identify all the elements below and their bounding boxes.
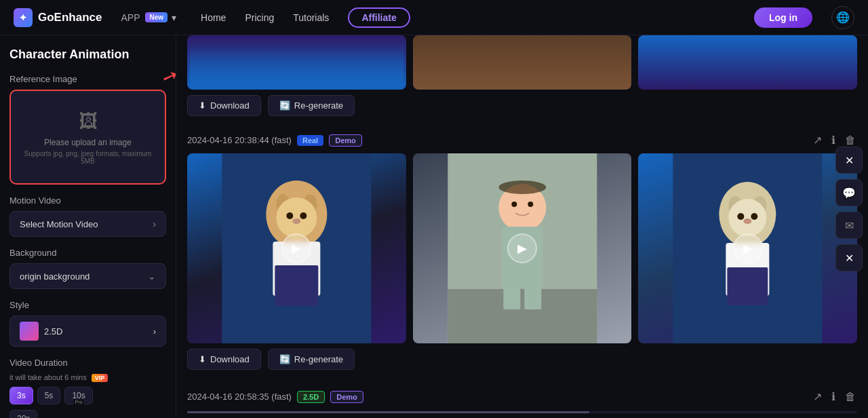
scroll-bar [187, 411, 857, 413]
play-icon-1-2: ▶ [517, 241, 527, 256]
svg-rect-15 [524, 269, 541, 309]
close-bottom-icon: ✕ [845, 252, 854, 265]
play-button-1-2[interactable]: ▶ [507, 233, 537, 263]
partial-video-cards [187, 35, 857, 90]
language-button[interactable]: 🌐 [831, 6, 854, 29]
style-dropdown[interactable]: 2.5D › [9, 316, 166, 347]
svg-point-18 [528, 202, 533, 207]
row2-tag-demo: Demo [330, 391, 363, 403]
nav-links: Home Pricing Tutorials [201, 12, 329, 23]
navbar: ✦ GoEnhance APP New ▾ Home Pricing Tutor… [0, 0, 868, 35]
svg-point-8 [300, 212, 307, 219]
row2-share-button[interactable]: ↗ [812, 389, 823, 404]
app-label: APP [121, 12, 140, 23]
video-cards-row1: ▶ [187, 153, 857, 343]
duration-hint: it will take about 6 mins VIP [9, 373, 166, 381]
float-discord-button[interactable]: 💬 [835, 179, 863, 206]
discord-icon: 💬 [842, 187, 856, 200]
row1-bottom-buttons: ⬇ Download 🔄 Re-generate [187, 349, 857, 370]
logo[interactable]: ✦ GoEnhance [14, 8, 102, 27]
app-chevron-icon: ▾ [172, 12, 176, 23]
float-mail-button[interactable]: ✉ [835, 212, 863, 239]
nav-tutorials[interactable]: Tutorials [293, 12, 329, 23]
regen-button-row1[interactable]: 🔄 Re-generate [268, 349, 355, 370]
row2-tag-25d: 2.5D [297, 391, 325, 403]
row1-timestamp: 2024-04-16 20:38:44 (fast) [187, 135, 292, 145]
video-card-1-1[interactable]: ▶ [187, 153, 406, 343]
svg-point-27 [751, 213, 758, 220]
row1-share-button[interactable]: ↗ [812, 132, 823, 148]
row2-timestamp: 2024-04-16 20:58:35 (fast) [187, 392, 292, 402]
ref-image-placeholder: Please upload an image [44, 138, 132, 147]
download-icon-1: ⬇ [199, 100, 206, 111]
regen-button-1[interactable]: 🔄 Re-generate [268, 95, 355, 116]
mail-icon: ✉ [845, 219, 854, 232]
main-layout: Character Animation Reference Image ➚ 🖼 … [0, 35, 868, 418]
video-row-1: 2024-04-16 20:38:44 (fast) Real Demo ↗ ℹ… [187, 124, 857, 370]
motion-video-dropdown[interactable]: Select Motion Video › [9, 211, 166, 237]
partial-card-3 [638, 35, 857, 90]
svg-rect-6 [275, 265, 318, 306]
svg-point-28 [744, 218, 752, 224]
video-row-2: 2024-04-16 20:58:35 (fast) 2.5D Demo ↗ ℹ… [187, 381, 857, 413]
background-value: origin background [20, 271, 90, 282]
background-label: Background [9, 248, 166, 258]
nav-pricing[interactable]: Pricing [245, 12, 274, 23]
motion-video-value: Select Motion Video [20, 219, 98, 229]
duration-options: 3s 5s 10s Pro [9, 387, 166, 404]
svg-point-23 [729, 199, 767, 237]
motion-video-label: Motion Video [9, 195, 166, 206]
download-button-row1[interactable]: ⬇ Download [187, 349, 261, 370]
side-float-buttons: ✕ 💬 ✉ ✕ [830, 141, 868, 277]
affiliate-button[interactable]: Affiliate [348, 7, 410, 28]
background-dropdown[interactable]: origin background ⌄ [9, 263, 166, 289]
svg-point-16 [498, 180, 546, 194]
style-label: Style [9, 300, 166, 310]
new-badge: New [145, 12, 167, 22]
play-icon-1-1: ▶ [292, 241, 301, 256]
background-chevron-icon: ⌄ [148, 271, 156, 282]
arrow-indicator: ➚ [159, 63, 176, 90]
play-button-1-1[interactable]: ▶ [281, 233, 311, 263]
motion-video-chevron-icon: › [153, 218, 156, 229]
style-value: 2.5D [44, 326, 62, 337]
pro-badge: Pro [74, 400, 84, 404]
login-button[interactable]: Log in [754, 7, 812, 28]
regen-icon-1: 🔄 [279, 100, 290, 111]
duration-20s[interactable]: 20s Pro [9, 410, 37, 418]
partial-card-1 [187, 35, 406, 90]
duration-3s[interactable]: 3s [9, 387, 33, 404]
regen-icon-row1: 🔄 [279, 354, 290, 364]
nav-home[interactable]: Home [201, 12, 226, 23]
video-card-1-2[interactable]: ▶ [413, 153, 632, 343]
video-row-1-header: 2024-04-16 20:38:44 (fast) Real Demo ↗ ℹ… [187, 124, 857, 153]
style-thumbnail [20, 322, 39, 341]
row2-delete-button[interactable]: 🗑 [844, 390, 857, 404]
content-area: ⬇ Download 🔄 Re-generate 2024-04-16 20:3… [176, 35, 868, 418]
duration-label: Video Duration [9, 358, 166, 368]
video-frame-1-3: ▶ [638, 153, 857, 343]
logo-text: GoEnhance [38, 11, 102, 24]
duration-5s[interactable]: 5s [37, 387, 61, 404]
style-chevron-icon: › [153, 326, 156, 337]
play-button-1-3[interactable]: ▶ [733, 233, 763, 263]
close-top-icon: ✕ [845, 154, 854, 167]
video-frame-1-2: ▶ [413, 153, 632, 343]
float-close-top-button[interactable]: ✕ [835, 147, 863, 174]
svg-point-9 [292, 218, 300, 224]
svg-point-7 [286, 212, 293, 219]
svg-point-17 [511, 202, 517, 207]
first-row-buttons: ⬇ Download 🔄 Re-generate [187, 95, 857, 116]
app-menu[interactable]: APP New ▾ [121, 12, 176, 23]
svg-point-4 [276, 197, 317, 238]
ref-image-upload[interactable]: ➚ 🖼 Please upload an image Supports jpg,… [9, 90, 166, 185]
row2-info-button[interactable]: ℹ [830, 389, 837, 404]
download-button-1[interactable]: ⬇ Download [187, 95, 261, 116]
row1-tag-demo: Demo [329, 134, 362, 147]
row1-tag-real: Real [297, 135, 323, 146]
duration-10s[interactable]: 10s Pro [64, 387, 92, 404]
video-card-1-3[interactable]: ▶ [638, 153, 857, 343]
video-row-2-header: 2024-04-16 20:58:35 (fast) 2.5D Demo ↗ ℹ… [187, 381, 857, 410]
svg-point-26 [738, 213, 745, 220]
float-close-bottom-button[interactable]: ✕ [835, 244, 863, 271]
